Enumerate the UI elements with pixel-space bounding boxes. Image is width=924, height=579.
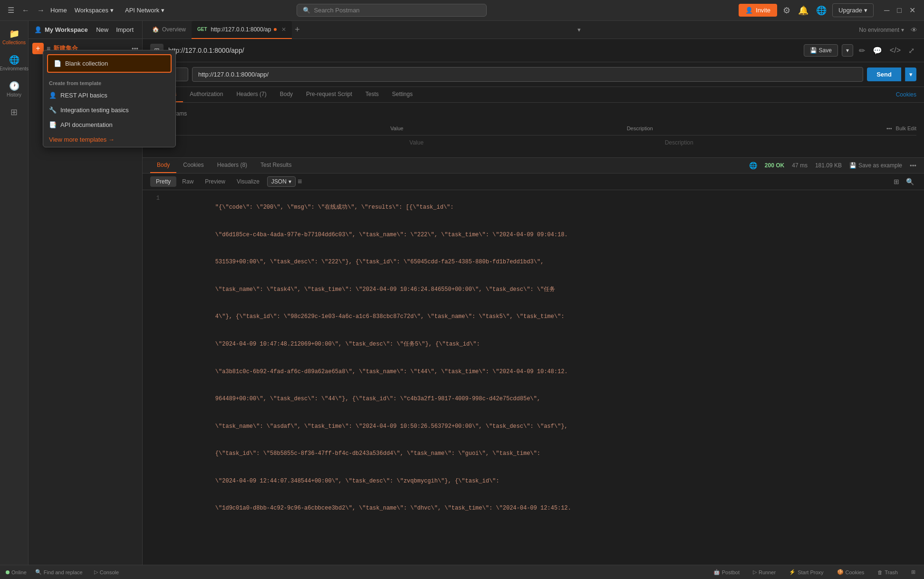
request-header: ⊞ http://127.0.0.1:8000/app/ 💾 Save ▾ ✏ …: [143, 39, 924, 62]
filter-icon[interactable]: ≡: [298, 177, 302, 186]
format-tab-raw[interactable]: Raw: [176, 176, 199, 187]
key-input[interactable]: [150, 137, 405, 148]
tab-bar: 🏠 Overview GET http://127.0.0.1:8000/ap …: [143, 21, 924, 39]
save-button[interactable]: 💾 Save: [804, 44, 838, 57]
blank-collection-option[interactable]: 📄 Blank collection: [47, 54, 172, 73]
top-bar-left: ☰ ← → Home Workspaces ▾ API Network ▾: [6, 4, 168, 17]
avatar-button[interactable]: 🌐: [814, 3, 828, 18]
forward-button[interactable]: →: [35, 4, 47, 17]
more-icon: •••: [886, 125, 892, 131]
new-button[interactable]: New: [93, 25, 111, 35]
response-tab-body[interactable]: Body: [150, 158, 176, 173]
tab-authorization[interactable]: Authorization: [183, 87, 230, 102]
format-tab-preview[interactable]: Preview: [199, 176, 231, 187]
json-select[interactable]: JSON ▾: [267, 176, 296, 187]
description-input[interactable]: [661, 137, 916, 148]
invite-button[interactable]: 👤 Invite: [739, 4, 777, 17]
environment-selector[interactable]: No environment ▾: [855, 25, 908, 35]
code-line-1: 1 "{\"code\": \"200\", \"msg\": \"在线成功\"…: [150, 194, 916, 222]
save-example-button[interactable]: 💾 Save as example: [849, 162, 902, 169]
search-icon: 🔍: [303, 7, 310, 14]
bell-button[interactable]: 🔔: [796, 3, 810, 18]
tab-overview[interactable]: 🏠 Overview: [146, 21, 192, 39]
tab-tests[interactable]: Tests: [359, 87, 385, 102]
line-number: [150, 413, 160, 441]
view-more-templates-link[interactable]: View more templates →: [43, 132, 175, 147]
close-button[interactable]: ✕: [906, 5, 918, 16]
line-number: [150, 440, 160, 468]
upgrade-button[interactable]: Upgrade ▾: [832, 3, 874, 17]
key-header: Key: [150, 124, 386, 133]
format-tab-visualize[interactable]: Visualize: [231, 176, 265, 187]
home-link[interactable]: Home: [50, 7, 67, 14]
api-network-dropdown[interactable]: API Network ▾: [121, 5, 168, 16]
postbot-button[interactable]: 🤖 Postbot: [711, 568, 742, 576]
tab-body[interactable]: Body: [273, 87, 299, 102]
comment-button[interactable]: 💬: [871, 44, 884, 57]
method-badge: GET: [197, 27, 207, 32]
far-left-sidebar: 📁 Collections 🌐 Environments 🕐 History ⊞: [0, 21, 29, 565]
expand-button[interactable]: ⤢: [906, 44, 916, 57]
add-collection-button[interactable]: +: [32, 43, 44, 54]
search-bar[interactable]: 🔍 Search Postman: [297, 4, 487, 17]
api-documentation-option[interactable]: 📑 API documentation: [43, 117, 175, 132]
copy-response-button[interactable]: ⊞: [891, 176, 902, 187]
import-button[interactable]: Import: [113, 25, 136, 35]
console-button[interactable]: ▷ Console: [91, 568, 122, 576]
rest-api-basics-option[interactable]: 👤 REST API basics: [43, 88, 175, 103]
code-button[interactable]: </>: [888, 44, 903, 57]
line-number: [150, 249, 160, 276]
layout-button[interactable]: ⊞: [908, 568, 918, 576]
runner-button[interactable]: ▷ Runner: [750, 568, 779, 576]
cookies-link[interactable]: Cookies: [896, 87, 916, 102]
add-tab-button[interactable]: +: [292, 24, 303, 36]
workspaces-dropdown[interactable]: Workspaces ▾: [71, 5, 117, 16]
start-proxy-button[interactable]: ⚡ Start Proxy: [786, 568, 826, 576]
url-input[interactable]: [192, 67, 863, 82]
send-dropdown-button[interactable]: ▾: [905, 68, 916, 81]
tab-overflow-button[interactable]: ▾: [574, 25, 585, 34]
code-line-10: {\"task_id\": \"58b5855c-8f36-47ff-bf4c-…: [150, 440, 916, 468]
minimize-button[interactable]: ─: [881, 5, 892, 16]
tab-headers[interactable]: Headers (7): [230, 87, 273, 102]
value-input[interactable]: [405, 137, 661, 148]
api-doc-icon: 📑: [49, 121, 57, 128]
sidebar-item-history[interactable]: 🕐 History: [2, 77, 27, 101]
online-status[interactable]: Online: [6, 569, 27, 575]
description-cell: [661, 137, 916, 148]
trash-button[interactable]: 🗑 Trash: [875, 569, 901, 576]
cookies-button[interactable]: 🍪 Cookies: [834, 568, 867, 576]
response-tab-headers[interactable]: Headers (8): [211, 158, 254, 173]
sidebar-actions: New Import: [93, 25, 136, 35]
tab-close-button[interactable]: ✕: [281, 26, 286, 33]
maximize-button[interactable]: □: [894, 5, 905, 16]
environment-settings-button[interactable]: 👁: [908, 24, 920, 36]
invite-icon: 👤: [745, 7, 753, 14]
format-tab-pretty[interactable]: Pretty: [150, 176, 176, 187]
response-tabs: Body Cookies Headers (8) Test Results 🌐 …: [143, 158, 924, 174]
save-dropdown-button[interactable]: ▾: [842, 44, 853, 57]
tab-pre-request[interactable]: Pre-request Script: [299, 87, 359, 102]
sidebar-item-mock[interactable]: ⊞: [2, 103, 27, 122]
tab-settings[interactable]: Settings: [385, 87, 419, 102]
edit-button[interactable]: ✏: [857, 44, 867, 57]
sidebar-item-environments[interactable]: 🌐 Environments: [2, 51, 27, 75]
menu-button[interactable]: ☰: [6, 4, 16, 17]
response-tab-test-results[interactable]: Test Results: [254, 158, 298, 173]
request-area: ⊞ http://127.0.0.1:8000/app/ 💾 Save ▾ ✏ …: [143, 39, 924, 565]
back-button[interactable]: ←: [20, 4, 31, 17]
response-tab-cookies[interactable]: Cookies: [176, 158, 210, 173]
search-response-button[interactable]: 🔍: [904, 176, 916, 187]
response-more-button[interactable]: •••: [910, 162, 916, 169]
console-icon: ▷: [94, 569, 98, 575]
find-replace-button[interactable]: 🔍 Find and replace: [32, 568, 86, 576]
send-button[interactable]: Send: [867, 68, 901, 81]
tab-active-request[interactable]: GET http://127.0.0.1:8000/ap ✕: [192, 21, 292, 39]
trash-icon: 🗑: [877, 569, 883, 575]
sidebar-item-collections[interactable]: 📁 Collections: [2, 25, 27, 49]
rest-api-icon: 👤: [49, 92, 57, 99]
find-replace-icon: 🔍: [35, 569, 42, 575]
integration-testing-option[interactable]: 🔧 Integration testing basics: [43, 103, 175, 117]
settings-button[interactable]: ⚙: [781, 3, 792, 18]
params-table: Key Value Description ••• Bulk Edit: [150, 122, 916, 150]
